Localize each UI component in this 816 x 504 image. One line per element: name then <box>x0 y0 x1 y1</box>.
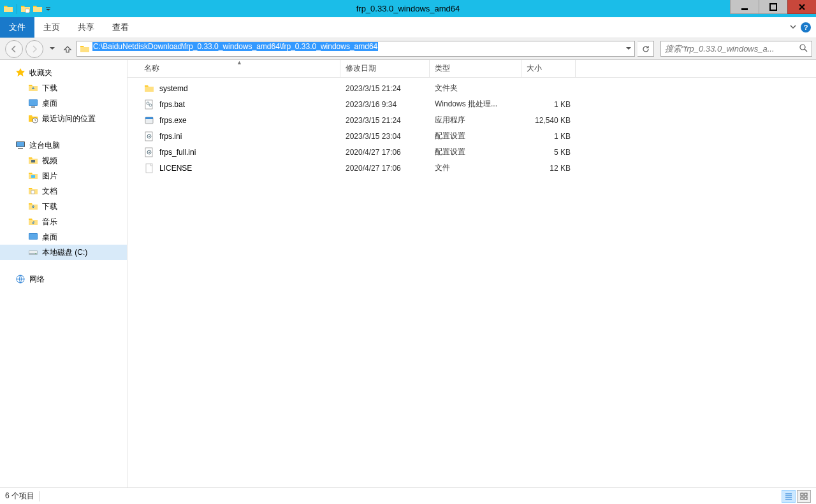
quick-access-toolbar <box>0 3 50 15</box>
help-icon[interactable]: ? <box>801 22 811 32</box>
titlebar: frp_0.33.0_windows_amd64 <box>0 0 816 17</box>
file-area: 名称 ▲ 修改日期 类型 大小 systemd2023/3/15 21:24文件… <box>127 60 816 487</box>
search-placeholder: 搜索"frp_0.33.0_windows_a... <box>665 43 799 55</box>
file-row[interactable]: frps.ini2023/3/15 23:04配置设置1 KB <box>127 128 816 144</box>
view-icons-button[interactable] <box>797 490 811 503</box>
sidebar-label: 网络 <box>29 274 45 285</box>
sidebar-label: 这台电脑 <box>29 140 60 151</box>
close-button[interactable] <box>787 0 816 14</box>
nav-toolbar: C:\BaiduNetdiskDownload\frp_0.33.0_windo… <box>0 38 816 60</box>
qat-dropdown[interactable] <box>45 3 50 15</box>
sidebar-item-documents[interactable]: 文档 <box>0 184 127 199</box>
sidebar-item-thispc[interactable]: 这台电脑 <box>0 138 127 153</box>
up-button[interactable] <box>61 41 74 57</box>
desktop-icon <box>28 232 38 242</box>
separator <box>17 4 17 14</box>
maximize-button[interactable] <box>759 0 787 14</box>
sidebar-item-desktop[interactable]: 桌面 <box>0 96 127 111</box>
address-path: C:\BaiduNetdiskDownload\frp_0.33.0_windo… <box>92 42 378 51</box>
file-type: 配置设置 <box>430 131 521 141</box>
svg-rect-1 <box>46 7 50 8</box>
sidebar-label: 收藏夹 <box>29 68 52 78</box>
tab-view[interactable]: 查看 <box>103 17 138 38</box>
sidebar-item-downloads2[interactable]: 下载 <box>0 199 127 214</box>
new-folder-icon[interactable] <box>32 3 43 15</box>
folder-icon <box>28 201 38 212</box>
svg-rect-6 <box>29 100 37 105</box>
svg-point-19 <box>35 253 36 254</box>
file-row[interactable]: frps.exe2023/3/15 21:24应用程序12,540 KB <box>127 112 816 128</box>
sidebar-item-network[interactable]: 网络 <box>0 271 127 287</box>
svg-rect-33 <box>801 493 803 496</box>
file-name: frps.exe <box>159 116 187 125</box>
file-type: Windows 批处理... <box>430 99 521 110</box>
sidebar-item-recent[interactable]: 最近访问的位置 <box>0 111 127 126</box>
file-size: 1 KB <box>521 100 576 109</box>
column-header-date[interactable]: 修改日期 <box>340 60 430 77</box>
sidebar-label: 最近访问的位置 <box>42 113 96 124</box>
svg-rect-7 <box>31 106 35 108</box>
minimize-button[interactable] <box>730 0 759 14</box>
tab-share[interactable]: 共享 <box>69 17 103 38</box>
column-headers: 名称 ▲ 修改日期 类型 大小 <box>127 60 816 78</box>
svg-rect-35 <box>801 497 803 500</box>
refresh-button[interactable] <box>638 41 654 57</box>
address-dropdown[interactable] <box>622 47 634 50</box>
properties-icon[interactable] <box>20 3 31 15</box>
view-details-button[interactable] <box>782 490 796 503</box>
search-box[interactable]: 搜索"frp_0.33.0_windows_a... <box>660 41 812 57</box>
sidebar-group-favorites: 收藏夹 下载 桌面 最近访问的位置 <box>0 65 127 126</box>
desktop-icon <box>28 98 38 108</box>
file-type: 文件夹 <box>430 83 521 94</box>
search-icon <box>799 44 808 54</box>
file-row[interactable]: frps_full.ini2020/4/27 17:06配置设置5 KB <box>127 144 816 160</box>
sidebar: 收藏夹 下载 桌面 最近访问的位置 这台电脑 视频 <box>0 60 127 487</box>
column-header-type[interactable]: 类型 <box>430 60 521 77</box>
sidebar-label: 下载 <box>42 83 57 94</box>
folder-icon <box>28 186 38 196</box>
file-date: 2023/3/15 21:24 <box>340 116 430 125</box>
address-bar[interactable]: C:\BaiduNetdiskDownload\frp_0.33.0_windo… <box>76 41 635 57</box>
svg-rect-13 <box>31 175 35 178</box>
svg-rect-3 <box>770 4 776 10</box>
ribbon-expand-icon[interactable] <box>789 23 797 32</box>
file-row[interactable]: frps.bat2023/3/16 9:34Windows 批处理...1 KB <box>127 96 816 112</box>
address-input[interactable]: C:\BaiduNetdiskDownload\frp_0.33.0_windo… <box>92 41 622 56</box>
file-date: 2023/3/16 9:34 <box>340 100 430 109</box>
file-row[interactable]: LICENSE2020/4/27 17:06文件12 KB <box>127 160 816 176</box>
file-date: 2020/4/27 17:06 <box>340 164 430 173</box>
tab-file[interactable]: 文件 <box>0 17 34 38</box>
sidebar-item-localdisk[interactable]: 本地磁盘 (C:) <box>0 245 127 260</box>
svg-rect-11 <box>18 148 23 149</box>
file-type: 配置设置 <box>430 147 521 157</box>
back-button[interactable] <box>5 40 23 58</box>
view-switcher <box>782 490 811 503</box>
column-header-name[interactable]: 名称 ▲ <box>139 60 340 77</box>
sidebar-label: 下载 <box>42 201 57 212</box>
window-title: frp_0.33.0_windows_amd64 <box>356 4 460 13</box>
sidebar-item-videos[interactable]: 视频 <box>0 153 127 168</box>
file-type: 应用程序 <box>430 115 521 126</box>
sidebar-item-desktop2[interactable]: 桌面 <box>0 229 127 245</box>
file-row[interactable]: systemd2023/3/15 21:24文件夹 <box>127 80 816 96</box>
forward-button[interactable] <box>26 40 43 58</box>
history-dropdown[interactable] <box>46 40 59 58</box>
svg-rect-25 <box>145 117 153 119</box>
svg-point-4 <box>800 45 805 50</box>
sidebar-item-favorites[interactable]: 收藏夹 <box>0 65 127 80</box>
svg-point-31 <box>149 152 150 153</box>
svg-rect-36 <box>805 497 807 500</box>
folder-icon <box>28 217 38 227</box>
sidebar-group-network: 网络 <box>0 271 127 287</box>
column-header-size[interactable]: 大小 <box>521 60 576 77</box>
sidebar-label: 图片 <box>42 171 57 182</box>
file-date: 2020/4/27 17:06 <box>340 148 430 157</box>
file-name: frps_full.ini <box>159 148 196 157</box>
sidebar-item-pictures[interactable]: 图片 <box>0 168 127 184</box>
sidebar-item-downloads[interactable]: 下载 <box>0 80 127 96</box>
file-name: frps.bat <box>159 100 185 109</box>
tab-home[interactable]: 主页 <box>34 17 69 38</box>
svg-rect-0 <box>26 9 29 13</box>
separator <box>40 491 40 501</box>
sidebar-item-music[interactable]: 音乐 <box>0 214 127 229</box>
